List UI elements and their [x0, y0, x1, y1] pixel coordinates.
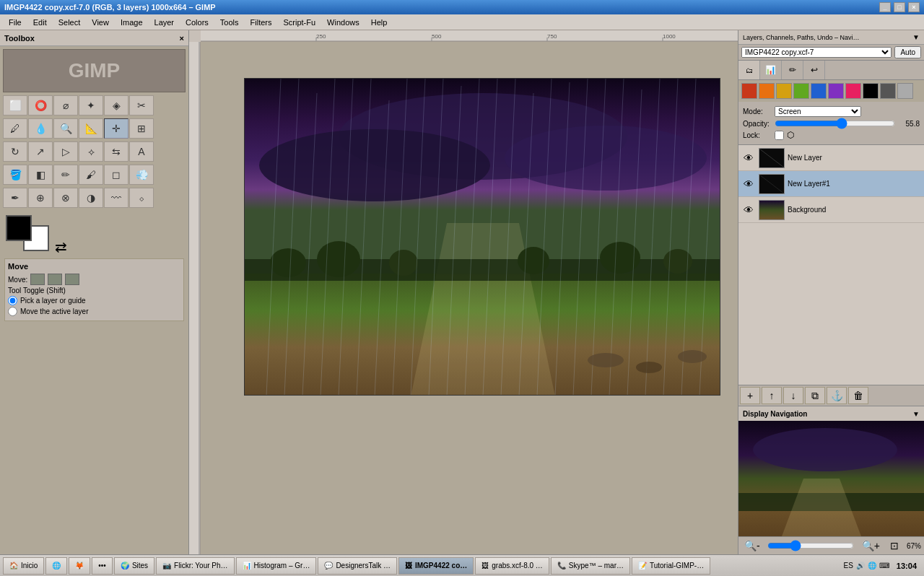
flip-tool[interactable]: ⇆: [104, 141, 128, 162]
raise-layer-btn[interactable]: ↑: [762, 387, 782, 404]
taskbar-firefox[interactable]: 🦊: [69, 557, 90, 575]
color-swatch-2[interactable]: [776, 83, 792, 99]
menu-tools[interactable]: Tools: [214, 17, 245, 28]
tab-paths[interactable]: ✏: [782, 61, 803, 79]
window-controls[interactable]: _ □ ×: [879, 2, 920, 12]
blend-mode-select[interactable]: Screen Normal Multiply Overlay: [775, 106, 861, 117]
menu-view[interactable]: View: [86, 17, 115, 28]
nav-preview[interactable]: [738, 421, 924, 536]
scissors-tool[interactable]: ✂: [129, 95, 154, 115]
layer-move-icon[interactable]: [30, 274, 45, 285]
sharpen-tool[interactable]: ⬦: [129, 188, 154, 208]
fuzzy-select-tool[interactable]: ✦: [79, 95, 103, 115]
taskbar-browser1[interactable]: 🌐: [45, 557, 67, 575]
rotate-tool[interactable]: ↻: [3, 141, 27, 162]
zoom-tool[interactable]: 🔍: [53, 118, 78, 139]
blend-tool[interactable]: ◧: [28, 165, 53, 185]
file-dropdown[interactable]: IMGP4422 copy.xcf-7: [741, 47, 892, 58]
taskbar-sites[interactable]: 🌍 Sites: [114, 557, 154, 575]
select-color-tool[interactable]: ◈: [104, 95, 128, 115]
align-tool[interactable]: ⊞: [129, 118, 154, 139]
taskbar-flickr[interactable]: 📷 Flickr: Your Ph…: [156, 557, 234, 575]
color-swatch-8[interactable]: [880, 83, 896, 99]
taskbar-histogram[interactable]: 📊 Histogram – Gr…: [236, 557, 317, 575]
menu-file[interactable]: File: [3, 17, 27, 28]
text-tool[interactable]: A: [129, 141, 154, 162]
lower-layer-btn[interactable]: ↓: [783, 387, 803, 404]
dodge-burn-tool[interactable]: ◑: [79, 188, 103, 208]
color-swatch-1[interactable]: [759, 83, 775, 99]
clone-tool[interactable]: ⊕: [28, 188, 53, 208]
menu-scriptfu[interactable]: Script-Fu: [277, 17, 321, 28]
color-swatch-3[interactable]: [793, 83, 809, 99]
smudge-tool[interactable]: 〰: [104, 188, 128, 208]
perspective-tool[interactable]: ⟡: [79, 141, 103, 162]
scale-tool[interactable]: ↗: [28, 141, 53, 162]
menu-select[interactable]: Select: [53, 17, 87, 28]
menu-filters[interactable]: Filters: [245, 17, 278, 28]
color-swatch-5[interactable]: [828, 83, 844, 99]
nav-collapse[interactable]: ▼: [912, 410, 920, 418]
zoom-slider[interactable]: [767, 540, 854, 551]
color-swatch-9[interactable]: [897, 83, 913, 99]
layers-panel-collapse[interactable]: ▼: [912, 33, 920, 41]
taskbar-designers[interactable]: 💬 DesignersTalk …: [318, 557, 397, 575]
menu-colors[interactable]: Colors: [180, 17, 214, 28]
menu-help[interactable]: Help: [365, 17, 393, 28]
lock-pixels-check[interactable]: [775, 131, 784, 140]
move-tool[interactable]: ✛: [104, 118, 128, 139]
shear-tool[interactable]: ▷: [53, 141, 78, 162]
color-swatch-7[interactable]: [863, 83, 879, 99]
menu-edit[interactable]: Edit: [27, 17, 53, 28]
color-picker-tool[interactable]: 💧: [28, 118, 53, 139]
foreground-color[interactable]: [6, 215, 32, 241]
guide-move-icon[interactable]: [65, 274, 79, 285]
paths-tool[interactable]: 🖊: [3, 118, 27, 139]
rect-select-tool[interactable]: ⬜: [3, 95, 27, 115]
color-swatch-6[interactable]: [845, 83, 861, 99]
layer-eye-0[interactable]: 👁: [741, 151, 756, 165]
opacity-slider[interactable]: [775, 118, 895, 128]
zoom-fit-btn[interactable]: ⊡: [887, 538, 902, 553]
menu-layer[interactable]: Layer: [149, 17, 180, 28]
swap-colors[interactable]: ⇄: [55, 238, 67, 256]
layer-eye-1[interactable]: 👁: [741, 177, 756, 191]
pick-radio[interactable]: [8, 296, 17, 305]
taskbar-gimp-main[interactable]: 🖼 IMGP4422 co…: [398, 557, 474, 575]
toolbox-close[interactable]: ×: [180, 34, 184, 43]
color-swatch-0[interactable]: [741, 83, 757, 99]
layer-eye-2[interactable]: 👁: [741, 203, 756, 217]
active-radio[interactable]: [8, 307, 17, 316]
taskbar-inicio[interactable]: 🏠 Inicio: [3, 557, 44, 575]
canvas-scroll[interactable]: [201, 42, 738, 554]
free-select-tool[interactable]: ⌀: [53, 95, 78, 115]
taskbar-skype[interactable]: 📞 Skype™ – mar…: [551, 557, 630, 575]
close-button[interactable]: ×: [908, 2, 920, 12]
airbrush-tool[interactable]: 💨: [129, 165, 154, 185]
measure-tool[interactable]: 📐: [79, 118, 103, 139]
color-swatch-4[interactable]: [811, 83, 827, 99]
new-layer-btn[interactable]: +: [740, 387, 760, 404]
zoom-in-btn[interactable]: 🔍+: [859, 538, 883, 553]
eraser-tool[interactable]: ◻: [104, 165, 128, 185]
layer-item-0[interactable]: 👁 New Layer: [738, 145, 924, 171]
layer-item-2[interactable]: 👁 Background: [738, 197, 924, 223]
taskbar-tutorial[interactable]: 📝 Tutorial-GIMP-…: [632, 557, 710, 575]
delete-layer-btn[interactable]: 🗑: [848, 387, 868, 404]
paintbrush-tool[interactable]: 🖌: [79, 165, 103, 185]
pencil-tool[interactable]: ✏: [53, 165, 78, 185]
duplicate-layer-btn[interactable]: ⧉: [805, 387, 825, 404]
maximize-button[interactable]: □: [894, 2, 905, 12]
tab-layers[interactable]: 🗂: [738, 61, 760, 79]
bucket-fill-tool[interactable]: 🪣: [3, 165, 27, 185]
tab-undo[interactable]: ↩: [803, 61, 825, 79]
menu-image[interactable]: Image: [115, 17, 149, 28]
layer-item-1[interactable]: 👁 New Layer#1: [738, 171, 924, 197]
zoom-out-btn[interactable]: 🔍-: [741, 538, 763, 553]
heal-tool[interactable]: ⊗: [53, 188, 78, 208]
ellipse-select-tool[interactable]: ⭕: [28, 95, 53, 115]
taskbar-dots[interactable]: •••: [92, 557, 113, 575]
ink-tool[interactable]: ✒: [3, 188, 27, 208]
tab-channels[interactable]: 📊: [760, 61, 782, 79]
selection-move-icon[interactable]: [48, 274, 62, 285]
